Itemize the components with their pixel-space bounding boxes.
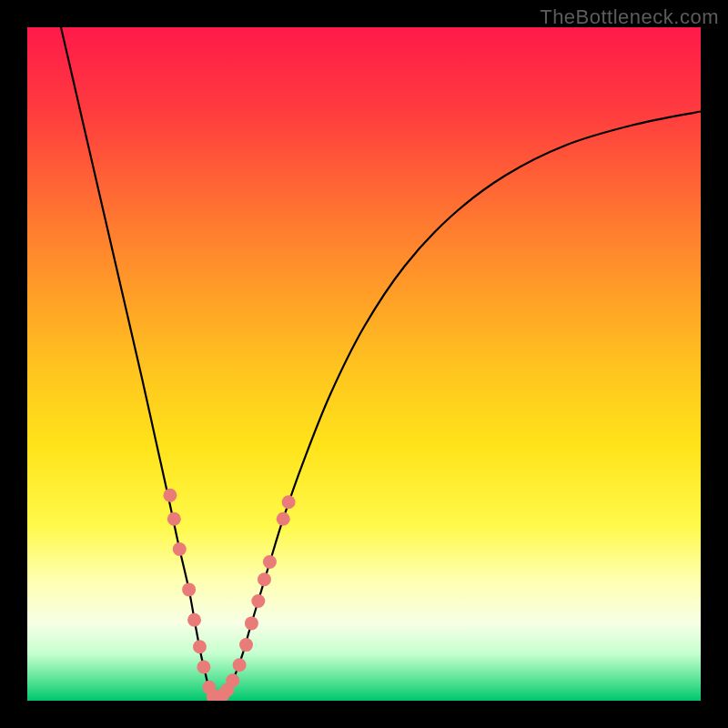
data-point xyxy=(163,489,177,502)
watermark-text: TheBottleneck.com xyxy=(540,5,719,29)
data-point xyxy=(282,495,296,509)
data-point xyxy=(197,661,210,674)
data-point xyxy=(187,613,201,627)
data-point xyxy=(226,673,239,687)
chart-svg xyxy=(27,27,701,701)
data-point xyxy=(173,542,187,556)
chart-frame: TheBottleneck.com xyxy=(0,0,728,728)
data-point xyxy=(258,572,271,586)
data-point xyxy=(251,594,265,608)
data-point xyxy=(233,658,247,672)
data-point xyxy=(277,512,290,526)
data-point xyxy=(263,555,277,569)
data-point xyxy=(239,638,253,652)
data-point xyxy=(193,640,207,653)
bottleneck-curve xyxy=(61,27,701,698)
data-point xyxy=(167,512,181,526)
data-point xyxy=(245,616,258,630)
data-point xyxy=(182,582,196,596)
plot-area xyxy=(27,27,701,701)
